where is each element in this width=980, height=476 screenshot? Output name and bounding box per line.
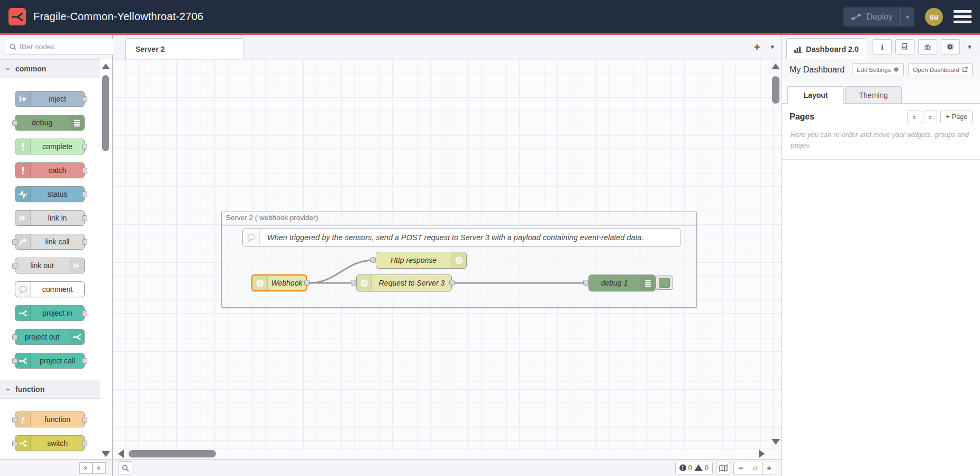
flow-node-http-response[interactable]: Http response — [376, 252, 467, 269]
request-output-port[interactable] — [449, 280, 455, 286]
palette-node-inject[interactable]: inject — [15, 91, 85, 107]
deploy-options-caret[interactable]: ▾ — [900, 7, 914, 26]
canvas-horizontal-scrollbar[interactable] — [113, 448, 782, 459]
palette-node-debug[interactable]: debug — [15, 115, 85, 131]
fork-icon — [15, 353, 31, 368]
input-port[interactable] — [12, 334, 17, 340]
main-menu-icon[interactable] — [954, 10, 972, 23]
help-book-button[interactable] — [895, 39, 914, 54]
zoom-controls: − ○ + — [733, 462, 776, 474]
palette-node-function[interactable]: ffunction — [15, 411, 85, 427]
palette-filter-input[interactable] — [20, 43, 113, 51]
palette-node-project-in[interactable]: project in — [15, 305, 85, 321]
canvas-vertical-scrollbar[interactable] — [771, 59, 781, 448]
output-port[interactable] — [82, 417, 87, 423]
scroll-right-arrow-icon[interactable] — [759, 450, 765, 458]
canvas-footer: ! 0 0 − ○ + — [113, 459, 782, 476]
palette-node-switch[interactable]: switch — [15, 435, 85, 451]
palette-node-project-out[interactable]: project out — [15, 329, 85, 345]
debug-list-icon — [640, 275, 655, 291]
move-page-up-button[interactable]: « — [907, 111, 921, 123]
add-flow-button[interactable]: + — [754, 42, 760, 52]
http-response-input-port[interactable] — [370, 257, 376, 263]
edit-settings-button[interactable]: Edit Settings — [852, 63, 904, 76]
zoom-out-button[interactable]: − — [733, 462, 748, 474]
input-port[interactable] — [12, 417, 17, 423]
deploy-icon — [851, 13, 861, 21]
palette-node-catch[interactable]: catch — [15, 162, 85, 178]
scroll-left-arrow-icon[interactable] — [118, 450, 124, 458]
flow-node-debug-1[interactable]: debug 1 — [588, 274, 656, 291]
scroll-down-arrow-icon[interactable] — [102, 451, 110, 457]
scroll-up-arrow-icon[interactable] — [772, 63, 780, 69]
input-port[interactable] — [12, 358, 17, 364]
deploy-label: Deploy — [866, 12, 893, 22]
dashboard-title: My Dashboard — [790, 65, 845, 75]
expand-all-button[interactable]: » — [93, 462, 106, 474]
zoom-in-button[interactable]: + — [762, 462, 776, 474]
output-port[interactable] — [82, 358, 87, 364]
sidebar-menu-caret[interactable]: ▾ — [968, 43, 972, 51]
palette-node-status[interactable]: status — [15, 186, 85, 202]
user-avatar[interactable]: su — [925, 8, 943, 26]
flow-workspace[interactable]: Server 2 ( webhook provider) When trigge… — [113, 59, 782, 448]
tab-dashboard-2[interactable]: Dashboard 2.0 — [786, 38, 866, 59]
canvas-search-button[interactable] — [118, 461, 132, 474]
debug-input-port[interactable] — [583, 280, 588, 286]
open-dashboard-button[interactable]: Open Dashboard — [908, 63, 973, 76]
palette-node-project-call[interactable]: project call — [15, 353, 85, 369]
flow-list-caret[interactable]: ▾ — [770, 43, 774, 51]
flow-node-request-to-server-3[interactable]: Request to Server 3 — [356, 274, 452, 291]
output-port[interactable] — [82, 215, 87, 221]
dashboard-header: My Dashboard Edit Settings Open Dashboar… — [782, 59, 980, 80]
canvas-hscroll-thumb[interactable] — [129, 450, 216, 457]
tab-server-2[interactable]: Server 2 — [125, 38, 243, 59]
palette-node-link-in[interactable]: link in — [15, 210, 85, 226]
external-link-icon — [962, 67, 968, 72]
palette-node-link-call[interactable]: link call — [15, 234, 85, 250]
scroll-down-arrow-icon[interactable] — [772, 439, 780, 445]
flow-node-webhook[interactable]: Webhook — [251, 274, 307, 291]
input-port[interactable] — [12, 441, 17, 446]
output-port[interactable] — [82, 96, 87, 102]
input-port[interactable] — [12, 120, 17, 126]
webhook-output-port[interactable] — [304, 280, 310, 286]
palette-node-link-out[interactable]: link out — [15, 258, 85, 273]
request-input-port[interactable] — [351, 280, 356, 286]
add-page-button[interactable]: + Page — [940, 111, 973, 123]
zoom-reset-button[interactable]: ○ — [748, 462, 762, 474]
deploy-button[interactable]: Deploy ▾ — [843, 7, 914, 26]
palette-scrollbar[interactable] — [101, 59, 111, 459]
scroll-up-arrow-icon[interactable] — [102, 63, 110, 69]
output-port[interactable] — [82, 191, 87, 197]
move-page-down-button[interactable]: » — [923, 111, 937, 123]
canvas-vscroll-thumb[interactable] — [772, 76, 779, 104]
flow-node-comment[interactable]: When triggered by the sensors, send a PO… — [242, 228, 681, 246]
palette-node-comment[interactable]: comment — [15, 281, 85, 297]
input-port[interactable] — [12, 263, 17, 269]
collapse-all-button[interactable]: « — [79, 462, 93, 474]
info-tab-button[interactable]: i — [873, 39, 892, 54]
input-port[interactable] — [12, 239, 17, 245]
output-port[interactable] — [82, 168, 87, 173]
output-port[interactable] — [82, 144, 87, 150]
output-port[interactable] — [82, 239, 87, 245]
settings-gear-button[interactable] — [941, 39, 960, 54]
palette-filter[interactable] — [5, 39, 118, 55]
palette-category-common[interactable]: ›common — [0, 59, 100, 78]
exclam-icon — [15, 163, 31, 178]
palette-category-function[interactable]: ›function — [0, 380, 100, 399]
debug-enable-toggle[interactable] — [656, 276, 673, 290]
output-port[interactable] — [82, 310, 87, 316]
navigator-map-button[interactable] — [716, 462, 730, 474]
debug-bug-button[interactable] — [918, 39, 937, 54]
palette-node-complete[interactable]: complete — [15, 139, 85, 154]
warning-count: 0 — [705, 464, 709, 472]
tab-layout[interactable]: Layout — [787, 86, 844, 104]
globe-icon — [252, 276, 268, 290]
exclam-icon — [15, 139, 31, 154]
tab-theming[interactable]: Theming — [845, 86, 902, 104]
palette-scrollbar-thumb[interactable] — [102, 75, 109, 151]
output-port[interactable] — [82, 441, 87, 446]
notifications-badge[interactable]: ! 0 0 — [675, 462, 713, 474]
